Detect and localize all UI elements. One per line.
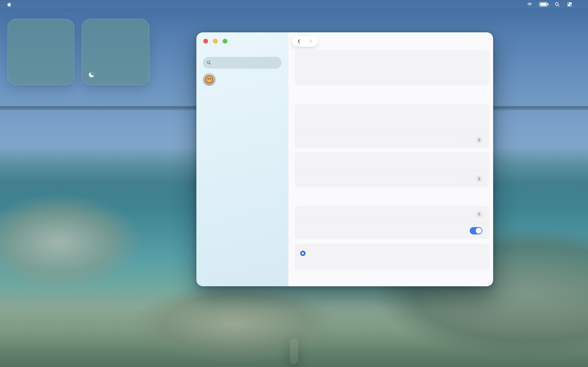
search-icon [207, 60, 211, 65]
system-settings-window [196, 32, 493, 286]
calendar-widget[interactable] [8, 19, 74, 85]
wifi-status-icon[interactable] [527, 2, 532, 7]
search-input[interactable] [203, 57, 282, 69]
window-controls [196, 32, 288, 44]
windows-card [295, 206, 489, 239]
settings-pane [288, 32, 493, 286]
desktop [0, 0, 588, 367]
theme-card [295, 104, 489, 148]
settings-sidebar [196, 32, 288, 286]
apple-menu-icon[interactable] [6, 2, 12, 7]
minimize-button[interactable] [213, 39, 218, 44]
dock [290, 339, 298, 363]
icon-color-stepper[interactable] [476, 175, 482, 182]
pane-content [295, 50, 489, 286]
apple-account-row[interactable] [203, 73, 282, 86]
sidebar-icon-size-stepper[interactable] [476, 211, 482, 217]
theme-heading [295, 94, 489, 101]
weather-widget[interactable] [82, 19, 149, 85]
text-highlight-swatch [463, 137, 469, 143]
spotlight-search-icon[interactable] [554, 2, 560, 7]
moon-stars-icon [88, 71, 95, 78]
text-highlight-stepper[interactable] [476, 137, 482, 143]
zoom-button[interactable] [223, 39, 227, 44]
back-button[interactable] [296, 39, 302, 44]
appearance-mode-card [295, 50, 489, 85]
avatar [203, 73, 216, 86]
scroll-bars-option-auto[interactable] [300, 251, 482, 256]
close-button[interactable] [203, 39, 208, 44]
battery-status-icon[interactable] [539, 2, 548, 7]
icon-color-swatch [463, 176, 469, 182]
radio-selected-icon [300, 251, 305, 256]
scroll-bars-card [295, 243, 489, 270]
control-center-icon[interactable] [567, 2, 572, 7]
tint-window-toggle[interactable] [470, 227, 482, 234]
navigation-pill [292, 36, 318, 47]
menu-bar [0, 0, 588, 8]
forward-button[interactable] [308, 39, 313, 44]
icon-style-card [295, 152, 489, 187]
windows-heading [295, 196, 489, 203]
